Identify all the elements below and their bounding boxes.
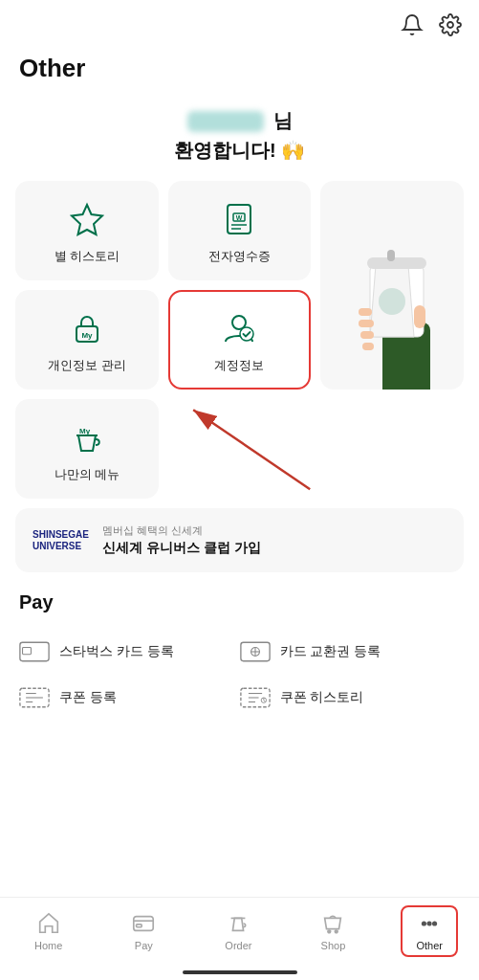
card-exchange-icon bbox=[240, 640, 271, 663]
svg-point-42 bbox=[428, 922, 431, 924]
card-star-history[interactable]: 별 히스토리 bbox=[15, 181, 159, 280]
nav-item-shop[interactable]: Shop bbox=[307, 907, 359, 955]
receipt-icon: W bbox=[220, 200, 258, 238]
pay-item-coupon-register[interactable]: 쿠폰 등록 bbox=[19, 675, 240, 721]
pay-grid: 스타벅스 카드 등록 카드 교환권 등록 쿠폰 등록 bbox=[19, 629, 460, 721]
shop-icon bbox=[320, 911, 345, 936]
other-icon bbox=[417, 911, 442, 936]
card-account-info-label: 계정정보 bbox=[214, 357, 264, 374]
svg-rect-36 bbox=[134, 917, 153, 931]
cards-area: 별 히스토리 W 전자영수증 bbox=[0, 181, 479, 499]
starbucks-card-icon bbox=[19, 640, 50, 663]
welcome-section: 님 환영합니다! 🙌 bbox=[0, 99, 479, 181]
svg-point-39 bbox=[328, 930, 331, 933]
svg-point-40 bbox=[336, 930, 338, 933]
pay-item-starbucks-card[interactable]: 스타벅스 카드 등록 bbox=[19, 629, 240, 675]
svg-rect-11 bbox=[387, 250, 395, 261]
star-icon bbox=[68, 200, 106, 238]
coupon-icon bbox=[19, 686, 50, 709]
top-bar bbox=[0, 0, 479, 46]
nav-label-other: Other bbox=[416, 940, 443, 951]
svg-text:My: My bbox=[81, 331, 93, 340]
lock-icon: My bbox=[68, 309, 106, 347]
card-coffee-illustration bbox=[320, 181, 464, 390]
svg-rect-10 bbox=[367, 257, 426, 269]
coupon-history-icon bbox=[240, 686, 271, 709]
svg-rect-38 bbox=[137, 924, 142, 927]
banner-text: 멤버십 혜택의 신세계 신세계 유니버스 클럽 가입 bbox=[102, 523, 261, 557]
card-my-menu-label: 나만의 메뉴 bbox=[54, 466, 120, 483]
account-icon bbox=[220, 309, 258, 347]
pay-item-coupon-history-label: 쿠폰 히스토리 bbox=[280, 689, 364, 706]
card-privacy[interactable]: My 개인정보 관리 bbox=[15, 290, 159, 390]
nav-label-shop: Shop bbox=[321, 940, 346, 951]
banner-subtitle: 멤버십 혜택의 신세계 bbox=[102, 523, 261, 538]
svg-rect-13 bbox=[359, 320, 374, 327]
svg-rect-24 bbox=[20, 642, 49, 661]
svg-point-20 bbox=[240, 327, 253, 341]
svg-text:W: W bbox=[236, 214, 243, 221]
pay-section-title: Pay bbox=[19, 591, 460, 613]
my-cup-icon: My bbox=[68, 418, 106, 457]
home-icon bbox=[36, 911, 61, 936]
card-e-receipt[interactable]: W 전자영수증 bbox=[168, 181, 312, 280]
card-account-info[interactable]: 계정정보 bbox=[168, 290, 312, 390]
settings-icon[interactable] bbox=[439, 13, 462, 40]
pay-item-card-exchange[interactable]: 카드 교환권 등록 bbox=[240, 629, 461, 675]
svg-point-43 bbox=[433, 922, 436, 924]
bottom-nav: Home Pay Order Shop bbox=[0, 897, 479, 980]
svg-rect-14 bbox=[360, 331, 374, 339]
page-title: Other bbox=[0, 46, 479, 99]
pay-item-starbucks-card-label: 스타벅스 카드 등록 bbox=[59, 643, 174, 660]
nav-item-pay[interactable]: Pay bbox=[118, 907, 169, 955]
shinsegae-logo: SHINSEGAE UNIVERSE bbox=[33, 529, 89, 552]
svg-point-9 bbox=[379, 288, 405, 315]
svg-text:My: My bbox=[79, 427, 91, 435]
user-name-blurred bbox=[187, 111, 264, 132]
svg-rect-16 bbox=[414, 305, 425, 328]
nav-label-order: Order bbox=[225, 940, 251, 951]
welcome-suffix: 님 bbox=[273, 108, 293, 134]
svg-point-0 bbox=[447, 22, 453, 28]
pay-item-card-exchange-label: 카드 교환권 등록 bbox=[280, 643, 381, 660]
card-privacy-label: 개인정보 관리 bbox=[48, 357, 126, 374]
home-indicator bbox=[183, 970, 297, 974]
shinsegae-banner[interactable]: SHINSEGAE UNIVERSE 멤버십 혜택의 신세계 신세계 유니버스 … bbox=[15, 508, 464, 572]
nav-label-home: Home bbox=[34, 940, 62, 951]
notification-icon[interactable] bbox=[401, 13, 424, 40]
svg-rect-15 bbox=[362, 343, 374, 350]
pay-icon bbox=[131, 911, 156, 936]
pay-section: Pay 스타벅스 카드 등록 카드 교환권 등록 bbox=[0, 582, 479, 721]
card-star-history-label: 별 히스토리 bbox=[54, 248, 120, 265]
pay-item-coupon-history[interactable]: 쿠폰 히스토리 bbox=[240, 675, 461, 721]
nav-item-order[interactable]: Order bbox=[211, 907, 265, 955]
welcome-greeting: 환영합니다! 🙌 bbox=[19, 138, 460, 164]
nav-item-home[interactable]: Home bbox=[21, 907, 76, 955]
pay-item-coupon-register-label: 쿠폰 등록 bbox=[59, 689, 117, 706]
card-e-receipt-label: 전자영수증 bbox=[208, 248, 271, 265]
nav-label-pay: Pay bbox=[135, 940, 153, 951]
svg-point-41 bbox=[423, 922, 425, 924]
svg-marker-1 bbox=[72, 205, 102, 234]
card-my-menu[interactable]: My 나만의 메뉴 bbox=[15, 399, 159, 499]
nav-item-other[interactable]: Other bbox=[401, 905, 458, 957]
banner-title: 신세계 유니버스 클럽 가입 bbox=[102, 540, 261, 557]
svg-rect-25 bbox=[23, 648, 32, 655]
cards-grid: 별 히스토리 W 전자영수증 bbox=[15, 181, 464, 499]
order-icon bbox=[226, 911, 250, 936]
svg-rect-12 bbox=[359, 308, 372, 316]
